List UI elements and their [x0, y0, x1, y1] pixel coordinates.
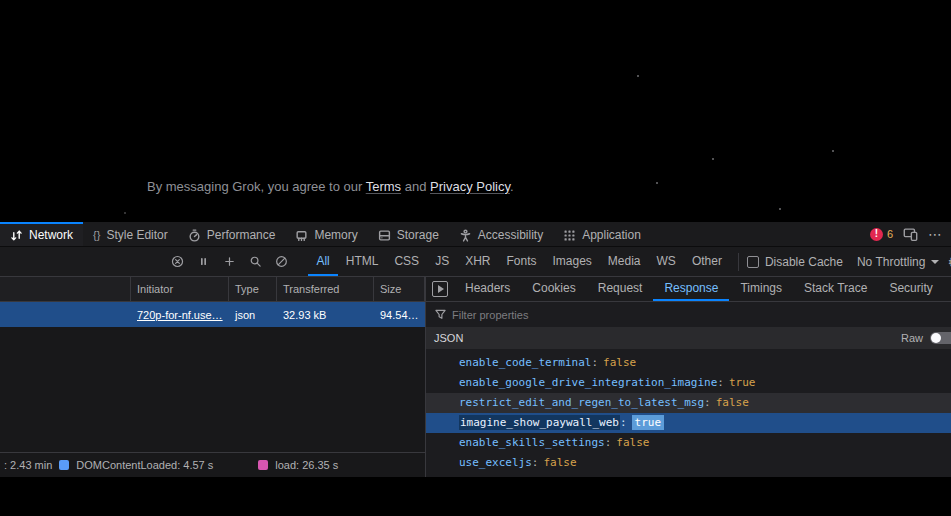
- tab-label: Accessibility: [478, 228, 543, 242]
- request-details-pane: Headers Cookies Request Response Timings…: [425, 277, 951, 477]
- json-property-list: enable_code_terminal:false enable_google…: [426, 349, 951, 477]
- screen: By messaging Grok, you agree to our Term…: [0, 0, 951, 516]
- network-summary-bar: : 2.43 min DOMContentLoaded: 4.57 s load…: [0, 452, 425, 477]
- panel-toggle-icon[interactable]: [432, 281, 448, 297]
- raw-toggle-switch[interactable]: [930, 332, 951, 344]
- tab-label: Storage: [397, 228, 439, 242]
- network-toolbar: All HTML CSS JS XHR Fonts Images Media W…: [0, 247, 951, 277]
- domcontentloaded-marker-icon: [59, 460, 69, 470]
- terms-link[interactable]: Terms: [366, 179, 401, 194]
- grok-page: By messaging Grok, you agree to our Term…: [0, 0, 951, 222]
- tab-style-editor[interactable]: {} Style Editor: [83, 222, 178, 246]
- tab-stack-trace[interactable]: Stack Trace: [793, 277, 878, 301]
- tab-request[interactable]: Request: [587, 277, 654, 301]
- error-count-button[interactable]: ! 6: [870, 228, 893, 241]
- tab-accessibility[interactable]: Accessibility: [449, 222, 553, 246]
- tab-timings[interactable]: Timings: [729, 277, 793, 301]
- property-key: enable_code_terminal: [459, 356, 591, 369]
- filter-other[interactable]: Other: [684, 247, 730, 276]
- devtools-menu-button[interactable]: ⋯: [928, 226, 943, 242]
- filter-images[interactable]: Images: [545, 247, 600, 276]
- colon: :: [532, 456, 539, 469]
- pause-recording-button[interactable]: [190, 249, 216, 275]
- properties-filter-row: [426, 302, 951, 327]
- throttling-dropdown[interactable]: No Throttling: [857, 255, 939, 269]
- json-section-header[interactable]: JSON Raw: [426, 327, 951, 349]
- cell-initiator: 720p-for-nf.use…: [131, 302, 229, 327]
- filter-media[interactable]: Media: [600, 247, 649, 276]
- braces-icon: {}: [93, 229, 100, 241]
- stopwatch-icon: [188, 229, 201, 242]
- filter-css[interactable]: CSS: [386, 247, 427, 276]
- tab-label: Style Editor: [106, 228, 167, 242]
- property-value: false: [603, 356, 636, 369]
- tab-label: Performance: [207, 228, 276, 242]
- property-value: true: [729, 376, 756, 389]
- json-property-row[interactable]: use_exceljs:false: [426, 453, 951, 473]
- finish-time: : 2.43 min: [4, 459, 52, 471]
- filter-fonts[interactable]: Fonts: [498, 247, 544, 276]
- tab-headers[interactable]: Headers: [454, 277, 521, 301]
- responsive-design-mode-icon[interactable]: [903, 227, 918, 242]
- tab-label: Application: [582, 228, 641, 242]
- property-value: false: [616, 436, 649, 449]
- property-key: use_exceljs: [459, 456, 532, 469]
- tab-performance[interactable]: Performance: [178, 222, 286, 246]
- tab-response[interactable]: Response: [653, 277, 729, 301]
- toggle-knob: [931, 333, 941, 343]
- disclaimer-and: and: [401, 179, 430, 194]
- details-tabbar: Headers Cookies Request Response Timings…: [426, 277, 951, 302]
- initiator-link[interactable]: 720p-for-nf.use…: [137, 309, 223, 321]
- property-key: enable_google_drive_integration_imagine: [459, 376, 717, 389]
- load-time: load: 26.35 s: [275, 459, 338, 471]
- filter-html[interactable]: HTML: [338, 247, 387, 276]
- tabbar-right-controls: ! 6 ⋯: [870, 222, 951, 246]
- filter-urls-input[interactable]: [0, 251, 164, 273]
- json-property-row[interactable]: restrict_edit_and_regen_to_latest_msg:fa…: [426, 393, 951, 413]
- tab-application[interactable]: Application: [553, 222, 651, 246]
- column-header-blank[interactable]: [0, 277, 131, 301]
- json-property-row[interactable]: enable_code_terminal:false: [426, 353, 951, 373]
- bottom-filler: [0, 477, 951, 516]
- property-value: true: [632, 415, 665, 430]
- filter-properties-input[interactable]: [452, 309, 942, 321]
- new-request-button[interactable]: [216, 249, 242, 275]
- column-header-transferred[interactable]: Transferred: [277, 277, 374, 301]
- json-property-row-selected[interactable]: imagine_show_paywall_web:true: [426, 413, 951, 433]
- domcontentloaded-time: DOMContentLoaded: 4.57 s: [76, 459, 213, 471]
- background-star: [124, 212, 126, 214]
- column-header-initiator[interactable]: Initiator: [131, 277, 229, 301]
- tab-cookies[interactable]: Cookies: [521, 277, 586, 301]
- table-row[interactable]: 720p-for-nf.use… json 32.93 kB 94.54…: [0, 302, 425, 327]
- tab-security[interactable]: Security: [878, 277, 943, 301]
- toolbar-separator: [738, 253, 739, 271]
- filter-funnel-icon: [435, 309, 446, 320]
- disable-cache-checkbox[interactable]: Disable Cache: [747, 255, 843, 269]
- devtools-tabbar: Network {} Style Editor Performance Memo…: [0, 222, 951, 247]
- json-section-label: JSON: [434, 332, 463, 344]
- storage-icon: [378, 229, 391, 242]
- tab-network[interactable]: Network: [0, 222, 83, 246]
- filter-ws[interactable]: WS: [649, 247, 684, 276]
- devtools-panel: Network {} Style Editor Performance Memo…: [0, 222, 951, 477]
- disclaimer-text: By messaging Grok, you agree to our: [147, 179, 366, 194]
- request-type-filters: All HTML CSS JS XHR Fonts Images Media W…: [308, 247, 729, 276]
- json-property-row[interactable]: enable_skills_settings:false: [426, 433, 951, 453]
- json-property-row[interactable]: enable_google_drive_integration_imagine:…: [426, 373, 951, 393]
- clear-requests-button[interactable]: [164, 249, 190, 275]
- tab-storage[interactable]: Storage: [368, 222, 449, 246]
- network-icon: [10, 229, 23, 242]
- filter-js[interactable]: JS: [427, 247, 457, 276]
- filter-xhr[interactable]: XHR: [457, 247, 498, 276]
- raw-label: Raw: [901, 332, 923, 344]
- column-header-type[interactable]: Type: [229, 277, 277, 301]
- search-button[interactable]: [242, 249, 268, 275]
- tab-memory[interactable]: Memory: [285, 222, 367, 246]
- property-key: restrict_edit_and_regen_to_latest_msg: [459, 396, 704, 409]
- request-table-header: Initiator Type Transferred Size: [0, 277, 425, 302]
- privacy-policy-link[interactable]: Privacy Policy: [430, 179, 510, 194]
- filter-all[interactable]: All: [308, 247, 337, 276]
- har-settings-gear-icon[interactable]: ⚙: [947, 254, 951, 270]
- request-blocking-button[interactable]: [268, 249, 294, 275]
- column-header-size[interactable]: Size: [374, 277, 425, 301]
